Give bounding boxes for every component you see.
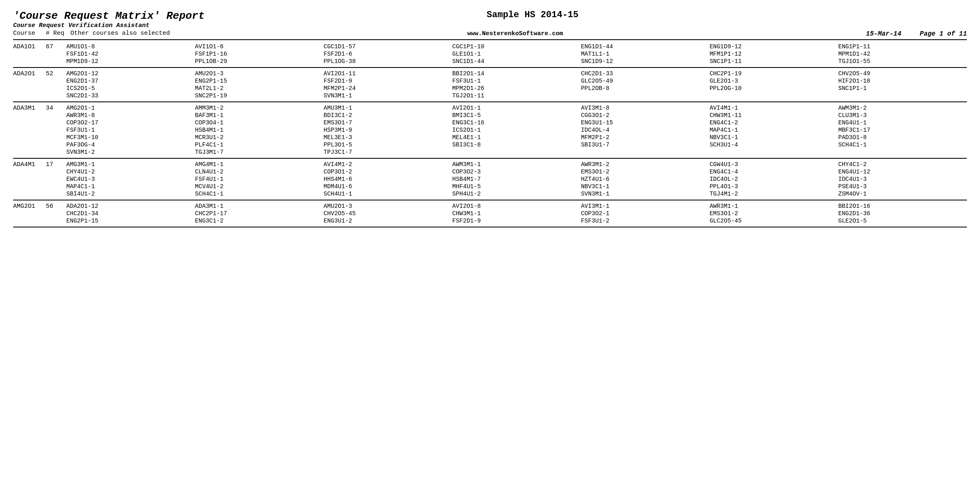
list-item: CHC2P1-19 xyxy=(709,70,838,77)
list-item: COP3O2-3 xyxy=(452,169,581,175)
list-item: IDC4OL-4 xyxy=(581,127,709,133)
list-item: ENG3C1-16 xyxy=(452,119,581,126)
list-item: COP3O4-1 xyxy=(195,119,323,126)
list-item: MPM1D1-42 xyxy=(838,51,967,57)
list-item: AWM3M1-1 xyxy=(452,161,581,168)
report-header: 'Course Request Matrix' Report Course Re… xyxy=(13,10,967,38)
list-item: AVI2O1-8 xyxy=(452,203,581,209)
list-item: SBI4U1-2 xyxy=(66,191,195,197)
list-item: FSF1D1-42 xyxy=(66,51,195,57)
list-item: BMI3C1-5 xyxy=(452,112,581,119)
list-item: PLF4C1-1 xyxy=(195,142,323,148)
list-item: AWR3M1-8 xyxy=(66,112,195,119)
list-item: ZSM4OV-1 xyxy=(838,191,967,197)
list-item: NBV3C1-1 xyxy=(581,183,709,190)
col-course-label: Course xyxy=(13,30,46,37)
list-item: TGJ4M1-2 xyxy=(709,191,838,197)
list-item: PPL4O1-3 xyxy=(709,183,838,190)
list-item: SCH4C1-1 xyxy=(838,142,967,148)
req-count: 67 xyxy=(46,43,66,50)
list-item: CLN4U1-2 xyxy=(195,169,323,175)
report-subtitle: Course Request Verification Assistant xyxy=(13,22,205,29)
list-item: MBF3C1-17 xyxy=(838,127,967,133)
list-item: FSF1P1-16 xyxy=(195,51,323,57)
list-item: MCR3U1-2 xyxy=(195,134,323,141)
list-item: MAP4C1-1 xyxy=(66,183,195,190)
list-item: MFM2P1-2 xyxy=(581,134,709,141)
list-item: ENG4C1-4 xyxy=(709,169,838,175)
report-title: 'Course Request Matrix' Report xyxy=(13,10,205,22)
list-item: EMS3O1-2 xyxy=(581,169,709,175)
list-item: AWR3M1-2 xyxy=(581,161,709,168)
list-item: EMS3O1-7 xyxy=(324,119,452,126)
list-item: ICS2O1-1 xyxy=(452,127,581,133)
list-item: MEL4E1-1 xyxy=(452,134,581,141)
list-item: ADA2O1-12 xyxy=(66,203,195,209)
list-item: SBI3U1-7 xyxy=(581,142,709,148)
req-count: 34 xyxy=(46,105,66,112)
list-item: PPL1OG-38 xyxy=(324,58,452,65)
list-item: AMU2O1-3 xyxy=(324,203,452,209)
list-item: COP3O2-1 xyxy=(581,210,709,217)
list-item: AWM3M1-2 xyxy=(838,105,967,111)
list-item: NBV3C1-1 xyxy=(709,134,838,141)
list-item: HIF2O1-18 xyxy=(838,78,967,84)
website-block: www.NesterenkoSoftware.com xyxy=(170,30,860,37)
table-row: ADA4M117AMG3M1-1AMG4M1-1AVI4M1-2AWM3M1-1… xyxy=(13,159,967,200)
course-code: AMG2O1 xyxy=(13,203,46,210)
list-item: MAT1L1-1 xyxy=(581,51,709,57)
list-item: EMS3O1-2 xyxy=(709,210,838,217)
header-divider xyxy=(13,39,967,40)
list-item: FSF2D1-9 xyxy=(452,218,581,224)
list-item: FSF3U1-2 xyxy=(581,218,709,224)
list-item: PPL2OG-10 xyxy=(709,85,838,92)
list-item: ENG1P1-11 xyxy=(838,43,967,50)
list-item: COP3O2-17 xyxy=(66,119,195,126)
list-item: EWC4U1-3 xyxy=(66,176,195,182)
list-item: GLE2O1-3 xyxy=(709,78,838,84)
list-item: PSE4U1-3 xyxy=(838,183,967,190)
list-item: AMU1O1-8 xyxy=(66,43,195,50)
list-item: MHF4U1-5 xyxy=(452,183,581,190)
list-item: GLC2O5-49 xyxy=(581,78,709,84)
list-item: PAD3O1-8 xyxy=(838,134,967,141)
header-row2: Course # Req Other courses also selected… xyxy=(13,30,967,38)
list-item: AMU2O1-3 xyxy=(195,70,323,77)
list-item: TGJ3M1-7 xyxy=(195,149,323,155)
list-item: SVN3M1-2 xyxy=(66,149,195,155)
list-item: MFM2P1-24 xyxy=(324,85,452,92)
list-item: MAT2L1-2 xyxy=(195,85,323,92)
header-left: 'Course Request Matrix' Report Course Re… xyxy=(13,10,205,29)
website: www.NesterenkoSoftware.com xyxy=(467,30,563,37)
list-item: TGJ1O1-55 xyxy=(838,58,967,65)
req-count: 56 xyxy=(46,203,66,210)
list-item: PPL1OB-29 xyxy=(195,58,323,65)
data-table: ADA1O167AMU1O1-8AVI1O1-6CGC1D1-57CGC1P1-… xyxy=(13,41,967,227)
school-name: Sample HS 2014-15 xyxy=(205,10,860,20)
list-item: SVN3M1-1 xyxy=(581,191,709,197)
list-item: SVN3M1-1 xyxy=(324,92,452,99)
list-item: ENG2P1-15 xyxy=(195,78,323,84)
list-item: SPH4U1-2 xyxy=(452,191,581,197)
list-item: MDM4U1-6 xyxy=(324,183,452,190)
list-item: FSF4U1-1 xyxy=(195,176,323,182)
req-count: 17 xyxy=(46,161,66,168)
list-item: ENG3U1-15 xyxy=(581,119,709,126)
related-courses: AMU1O1-8AVI1O1-6CGC1D1-57CGC1P1-10ENG1D1… xyxy=(66,43,967,65)
date-page-block: 15-Mar-14 Page 1 of 11 xyxy=(860,30,967,38)
list-item: TPJ3C1-7 xyxy=(324,149,452,155)
list-item: CHY4U1-2 xyxy=(66,169,195,175)
list-item: TGJ2O1-11 xyxy=(452,92,581,99)
list-item: ENG1D9-12 xyxy=(709,43,838,50)
list-item: SNC1P1-1 xyxy=(838,85,967,92)
related-courses: AMG2O1-1AMM3M1-2AMU3M1-1AVI2O1-1AVI3M1-8… xyxy=(66,105,967,155)
course-code: ADA2O1 xyxy=(13,70,46,77)
list-item: AMG3M1-1 xyxy=(66,161,195,168)
list-item: SNC1P1-11 xyxy=(709,58,838,65)
list-item: HZT4U1-6 xyxy=(581,176,709,182)
list-item: SCH4C1-1 xyxy=(195,191,323,197)
related-courses: AMG2O1-12AMU2O1-3AVI2O1-11BBI2O1-14CHC2D… xyxy=(66,70,967,99)
list-item: FSF2D1-9 xyxy=(324,78,452,84)
list-item: CHC2P1-17 xyxy=(195,210,323,217)
list-item: CHW3M1-1 xyxy=(452,210,581,217)
